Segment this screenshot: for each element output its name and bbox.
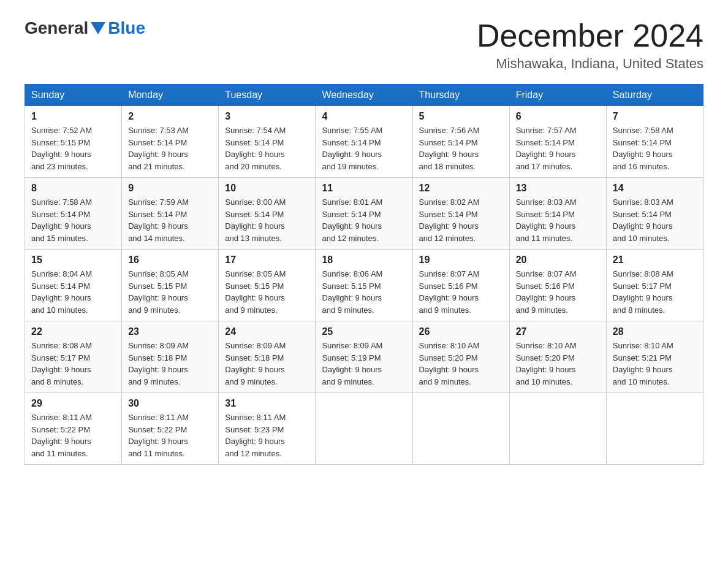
day-number: 13: [516, 183, 600, 194]
sunrise-label: Sunrise: 7:59 AM: [128, 197, 189, 207]
sunset-label: Sunset: 5:14 PM: [613, 138, 672, 147]
logo-general-text: General: [25, 18, 88, 38]
day-number: 17: [225, 255, 309, 266]
day-number: 3: [225, 111, 309, 122]
logo: General Blue: [25, 18, 145, 38]
sunset-label: Sunset: 5:20 PM: [419, 353, 478, 362]
sunrise-label: Sunrise: 8:11 AM: [128, 413, 189, 422]
daylight-label: Daylight: 9 hours: [419, 150, 479, 159]
day-info: Sunrise: 8:03 AM Sunset: 5:14 PM Dayligh…: [613, 196, 697, 244]
day-number: 8: [31, 183, 115, 194]
day-info: Sunrise: 8:11 AM Sunset: 5:22 PM Dayligh…: [128, 412, 212, 459]
day-number: 12: [419, 183, 503, 194]
calendar-cell: 27 Sunrise: 8:10 AM Sunset: 5:20 PM Dayl…: [509, 321, 606, 393]
calendar-table: SundayMondayTuesdayWednesdayThursdayFrid…: [25, 84, 703, 465]
daylight-label: Daylight: 9 hours: [225, 293, 285, 302]
day-number: 30: [128, 398, 212, 409]
sunset-label: Sunset: 5:18 PM: [128, 353, 187, 362]
calendar-cell: 10 Sunrise: 8:00 AM Sunset: 5:14 PM Dayl…: [219, 178, 316, 250]
daylight-label: Daylight: 9 hours: [322, 221, 382, 231]
daylight-label: Daylight: 9 hours: [613, 365, 673, 374]
day-header-tuesday: Tuesday: [219, 85, 316, 106]
day-info: Sunrise: 8:10 AM Sunset: 5:20 PM Dayligh…: [516, 340, 600, 388]
daylight-label: Daylight: 9 hours: [419, 365, 479, 374]
daylight-label: Daylight: 9 hours: [516, 293, 576, 302]
calendar-cell: 23 Sunrise: 8:09 AM Sunset: 5:18 PM Dayl…: [122, 321, 219, 393]
day-info: Sunrise: 7:59 AM Sunset: 5:14 PM Dayligh…: [128, 196, 212, 244]
sunset-label: Sunset: 5:22 PM: [31, 425, 90, 434]
calendar-cell: 14 Sunrise: 8:03 AM Sunset: 5:14 PM Dayl…: [606, 178, 703, 250]
day-info: Sunrise: 8:04 AM Sunset: 5:14 PM Dayligh…: [31, 268, 115, 316]
calendar-cell: 13 Sunrise: 8:03 AM Sunset: 5:14 PM Dayl…: [509, 178, 606, 250]
day-header-saturday: Saturday: [606, 85, 703, 106]
location-title: Mishawaka, Indiana, United States: [477, 56, 703, 72]
day-info: Sunrise: 8:07 AM Sunset: 5:16 PM Dayligh…: [419, 268, 503, 316]
day-number: 20: [516, 255, 600, 266]
day-header-thursday: Thursday: [412, 85, 509, 106]
sunrise-label: Sunrise: 7:54 AM: [225, 126, 286, 135]
sunrise-label: Sunrise: 8:10 AM: [516, 341, 577, 350]
daylight-label: Daylight: 9 hours: [613, 150, 673, 159]
sunset-label: Sunset: 5:14 PM: [322, 210, 381, 219]
day-info: Sunrise: 8:09 AM Sunset: 5:18 PM Dayligh…: [225, 340, 309, 388]
calendar-week-row: 8 Sunrise: 7:58 AM Sunset: 5:14 PM Dayli…: [25, 178, 703, 250]
sunrise-label: Sunrise: 8:11 AM: [225, 413, 286, 422]
day-number: 16: [128, 255, 212, 266]
daylight-minutes: and 17 minutes.: [516, 162, 573, 171]
calendar-cell: 7 Sunrise: 7:58 AM Sunset: 5:14 PM Dayli…: [606, 106, 703, 178]
daylight-minutes: and 8 minutes.: [31, 377, 83, 386]
day-number: 2: [128, 111, 212, 122]
daylight-label: Daylight: 9 hours: [516, 365, 576, 374]
daylight-minutes: and 9 minutes.: [225, 305, 277, 315]
day-info: Sunrise: 7:53 AM Sunset: 5:14 PM Dayligh…: [128, 124, 212, 172]
calendar-cell: 24 Sunrise: 8:09 AM Sunset: 5:18 PM Dayl…: [219, 321, 316, 393]
day-info: Sunrise: 8:10 AM Sunset: 5:21 PM Dayligh…: [613, 340, 697, 388]
sunrise-label: Sunrise: 8:06 AM: [322, 269, 382, 278]
day-number: 7: [613, 111, 697, 122]
day-info: Sunrise: 8:05 AM Sunset: 5:15 PM Dayligh…: [225, 268, 309, 316]
daylight-label: Daylight: 9 hours: [419, 221, 479, 231]
calendar-cell: 9 Sunrise: 7:59 AM Sunset: 5:14 PM Dayli…: [122, 178, 219, 250]
daylight-minutes: and 10 minutes.: [613, 377, 670, 386]
daylight-minutes: and 9 minutes.: [322, 305, 374, 315]
calendar-cell: 6 Sunrise: 7:57 AM Sunset: 5:14 PM Dayli…: [509, 106, 606, 178]
day-header-sunday: Sunday: [25, 85, 122, 106]
daylight-label: Daylight: 9 hours: [128, 437, 188, 446]
title-area: December 2024 Mishawaka, Indiana, United…: [477, 18, 703, 72]
day-number: 23: [128, 326, 212, 337]
daylight-minutes: and 11 minutes.: [128, 449, 185, 458]
sunrise-label: Sunrise: 8:05 AM: [128, 269, 189, 278]
daylight-minutes: and 9 minutes.: [322, 377, 374, 386]
daylight-minutes: and 8 minutes.: [613, 305, 665, 315]
daylight-minutes: and 13 minutes.: [225, 234, 282, 243]
daylight-minutes: and 12 minutes.: [419, 234, 476, 243]
day-info: Sunrise: 8:01 AM Sunset: 5:14 PM Dayligh…: [322, 196, 406, 244]
daylight-minutes: and 9 minutes.: [128, 377, 180, 386]
daylight-minutes: and 9 minutes.: [516, 305, 568, 315]
calendar-cell: [316, 393, 412, 465]
day-info: Sunrise: 8:11 AM Sunset: 5:22 PM Dayligh…: [31, 412, 115, 459]
calendar-cell: 22 Sunrise: 8:08 AM Sunset: 5:17 PM Dayl…: [25, 321, 122, 393]
sunset-label: Sunset: 5:14 PM: [516, 138, 575, 147]
day-info: Sunrise: 7:54 AM Sunset: 5:14 PM Dayligh…: [225, 124, 309, 172]
logo-blue-text: Blue: [108, 18, 145, 38]
calendar-week-row: 29 Sunrise: 8:11 AM Sunset: 5:22 PM Dayl…: [25, 393, 703, 465]
sunrise-label: Sunrise: 7:52 AM: [31, 126, 92, 135]
sunrise-label: Sunrise: 7:57 AM: [516, 126, 577, 135]
day-info: Sunrise: 8:08 AM Sunset: 5:17 PM Dayligh…: [31, 340, 115, 388]
day-number: 19: [419, 255, 503, 266]
calendar-cell: 4 Sunrise: 7:55 AM Sunset: 5:14 PM Dayli…: [316, 106, 412, 178]
day-number: 5: [419, 111, 503, 122]
day-number: 24: [225, 326, 309, 337]
sunrise-label: Sunrise: 8:05 AM: [225, 269, 286, 278]
day-info: Sunrise: 8:00 AM Sunset: 5:14 PM Dayligh…: [225, 196, 309, 244]
sunrise-label: Sunrise: 8:09 AM: [225, 341, 286, 350]
sunrise-label: Sunrise: 8:07 AM: [419, 269, 480, 278]
sunrise-label: Sunrise: 8:09 AM: [128, 341, 189, 350]
sunrise-label: Sunrise: 7:53 AM: [128, 126, 189, 135]
daylight-minutes: and 9 minutes.: [419, 377, 471, 386]
daylight-label: Daylight: 9 hours: [322, 365, 382, 374]
day-number: 22: [31, 326, 115, 337]
daylight-minutes: and 12 minutes.: [322, 234, 379, 243]
daylight-label: Daylight: 9 hours: [128, 365, 188, 374]
